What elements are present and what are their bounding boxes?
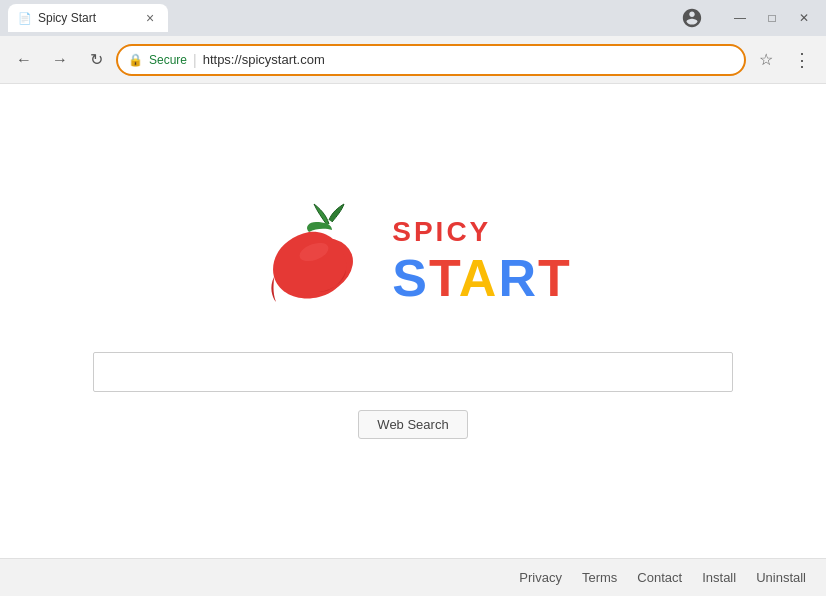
address-text: https://spicystart.com [203, 52, 734, 67]
profile-button[interactable] [678, 4, 706, 32]
tab-close-button[interactable]: × [142, 10, 158, 26]
title-bar: 📄 Spicy Start × — □ ✕ [0, 0, 826, 36]
uninstall-link[interactable]: Uninstall [756, 570, 806, 585]
tab-favicon: 📄 [18, 12, 32, 25]
spicy-label: SPICY [392, 216, 571, 248]
bookmark-button[interactable]: ☆ [750, 44, 782, 76]
page-content: SPICY START Web Search Privacy Terms Con… [0, 84, 826, 596]
reload-button[interactable]: ↻ [80, 44, 112, 76]
close-button[interactable]: ✕ [790, 4, 818, 32]
footer: Privacy Terms Contact Install Uninstall [0, 558, 826, 596]
terms-link[interactable]: Terms [582, 570, 617, 585]
start-letter-s: S [392, 249, 429, 307]
window-controls: — □ ✕ [726, 4, 818, 32]
browser-tab[interactable]: 📄 Spicy Start × [8, 4, 168, 32]
address-bar[interactable]: 🔒 Secure | https://spicystart.com [116, 44, 746, 76]
web-search-button[interactable]: Web Search [358, 410, 467, 439]
chili-icon [254, 202, 384, 322]
lock-icon: 🔒 [128, 53, 143, 67]
privacy-link[interactable]: Privacy [519, 570, 562, 585]
start-label: START [392, 248, 571, 308]
forward-button[interactable]: → [44, 44, 76, 76]
start-letter-t2: T [538, 249, 572, 307]
maximize-button[interactable]: □ [758, 4, 786, 32]
start-letter-t: T [429, 249, 459, 307]
menu-button[interactable]: ⋮ [786, 44, 818, 76]
search-input[interactable] [93, 352, 733, 392]
back-button[interactable]: ← [8, 44, 40, 76]
minimize-button[interactable]: — [726, 4, 754, 32]
tab-label: Spicy Start [38, 11, 136, 25]
logo-container: SPICY START [254, 202, 571, 322]
contact-link[interactable]: Contact [637, 570, 682, 585]
secure-label: Secure [149, 53, 187, 67]
start-letter-r: R [498, 249, 538, 307]
browser-frame: 📄 Spicy Start × — □ ✕ ← → ↻ 🔒 Secure | h… [0, 0, 826, 596]
logo-text: SPICY START [392, 216, 571, 308]
start-letter-a: A [459, 249, 499, 307]
install-link[interactable]: Install [702, 570, 736, 585]
navigation-bar: ← → ↻ 🔒 Secure | https://spicystart.com … [0, 36, 826, 84]
address-divider: | [193, 52, 197, 68]
